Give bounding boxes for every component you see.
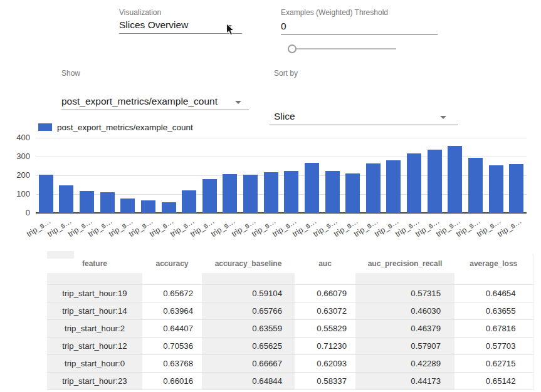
column-header-average_loss[interactable]: average_loss bbox=[454, 254, 533, 273]
slice-bar[interactable] bbox=[264, 172, 278, 213]
column-filter[interactable] bbox=[47, 273, 142, 285]
metric-cell: 0.58337 bbox=[295, 373, 355, 390]
slice-bar[interactable] bbox=[223, 174, 237, 213]
slice-bar[interactable] bbox=[120, 199, 135, 213]
column-filter[interactable] bbox=[295, 273, 355, 285]
y-axis-tick: 400 bbox=[5, 132, 30, 143]
slice-bar[interactable] bbox=[162, 202, 176, 213]
metric-cell: 0.65142 bbox=[454, 373, 533, 390]
metric-cell: 0.65766 bbox=[202, 302, 295, 320]
feature-cell: trip_start_hour:14 bbox=[47, 302, 142, 320]
feature-cell: trip_start_hour:0 bbox=[47, 355, 142, 373]
column-header-auc[interactable]: auc bbox=[295, 254, 355, 273]
metric-cell: 0.71230 bbox=[295, 338, 355, 355]
feature-cell: trip_start_hour:12 bbox=[47, 338, 142, 355]
filter-row bbox=[47, 273, 533, 285]
column-filter[interactable] bbox=[454, 273, 533, 285]
metric-cell: 0.63655 bbox=[454, 302, 533, 320]
metric-cell: 0.57703 bbox=[454, 338, 533, 355]
slice-bar[interactable] bbox=[325, 171, 340, 213]
table-row: trip_start_hour:00.637680.666670.620930.… bbox=[47, 355, 533, 373]
column-filter[interactable] bbox=[355, 273, 454, 285]
metric-cell: 0.64407 bbox=[142, 320, 202, 338]
legend-swatch bbox=[38, 123, 52, 131]
slice-bar[interactable] bbox=[141, 200, 155, 213]
metric-cell: 0.59104 bbox=[202, 285, 295, 302]
y-axis-tick: 100 bbox=[5, 188, 30, 200]
metric-cell: 0.42289 bbox=[355, 355, 454, 373]
metric-cell: 0.65672 bbox=[142, 285, 202, 302]
metric-cell: 0.63768 bbox=[142, 355, 202, 373]
column-header-accuracy[interactable]: accuracy bbox=[142, 254, 202, 273]
metric-cell: 0.66667 bbox=[202, 355, 295, 373]
legend-label: post_export_metrics/example_count bbox=[57, 123, 193, 132]
table-row: trip_start_hour:120.705360.656250.712300… bbox=[47, 338, 533, 355]
slicing-metrics-browser: Visualization Slices Overview Examples (… bbox=[0, 0, 541, 392]
slice-bar[interactable] bbox=[202, 179, 217, 213]
slice-bar[interactable] bbox=[305, 163, 319, 213]
metric-cell: 0.63072 bbox=[295, 302, 355, 320]
slice-bar[interactable] bbox=[243, 175, 258, 213]
y-axis-tick: 200 bbox=[5, 170, 30, 181]
column-header-feature[interactable]: feature bbox=[47, 254, 142, 273]
table-row: trip_start_hour:230.660160.648440.583370… bbox=[47, 373, 533, 390]
table-row: trip_start_hour:190.656720.591040.660790… bbox=[47, 285, 533, 302]
slice-bar[interactable] bbox=[39, 175, 53, 213]
table-row: trip_start_hour:20.644070.635590.558290.… bbox=[47, 320, 533, 338]
metric-cell: 0.66016 bbox=[142, 373, 202, 390]
header-row: featureaccuracyaccuracy_baselineaucauc_p… bbox=[47, 254, 533, 273]
metric-cell: 0.46379 bbox=[355, 320, 454, 338]
slice-bar[interactable] bbox=[366, 163, 381, 213]
column-filter[interactable] bbox=[202, 273, 295, 285]
slice-bar[interactable] bbox=[509, 164, 523, 213]
slice-bar[interactable] bbox=[468, 158, 483, 213]
metric-cell: 0.70536 bbox=[142, 338, 202, 355]
slice-bar[interactable] bbox=[59, 185, 73, 213]
metrics-table: featureaccuracyaccuracy_baselineaucauc_p… bbox=[47, 254, 533, 390]
column-header-auc_precision_recall[interactable]: auc_precision_recall bbox=[355, 254, 454, 273]
metric-cell: 0.46030 bbox=[355, 302, 454, 320]
slice-bar[interactable] bbox=[407, 153, 421, 213]
slice-bar[interactable] bbox=[428, 150, 442, 213]
feature-cell: trip_start_hour:2 bbox=[47, 320, 142, 338]
gridline bbox=[36, 138, 527, 138]
table-row: trip_start_hour:140.639640.657660.630720… bbox=[47, 302, 533, 320]
mouse-cursor-icon bbox=[226, 23, 235, 36]
slice-bar[interactable] bbox=[345, 173, 360, 213]
column-filter[interactable] bbox=[142, 273, 202, 285]
slice-bar[interactable] bbox=[448, 146, 462, 213]
slices-bar-chart: post_export_metrics/example_count 010020… bbox=[0, 0, 541, 250]
metric-cell: 0.57907 bbox=[355, 338, 454, 355]
metric-cell: 0.62093 bbox=[295, 355, 355, 373]
feature-cell: trip_start_hour:23 bbox=[47, 373, 142, 390]
metric-cell: 0.63964 bbox=[142, 302, 202, 320]
slice-bar[interactable] bbox=[100, 192, 115, 213]
metric-cell: 0.55829 bbox=[295, 320, 355, 338]
column-header-accuracy_baseline[interactable]: accuracy_baseline bbox=[202, 254, 295, 273]
metric-cell: 0.57315 bbox=[355, 285, 454, 302]
slice-bar[interactable] bbox=[284, 171, 298, 213]
metric-cell: 0.44173 bbox=[355, 373, 454, 390]
slice-bar[interactable] bbox=[386, 160, 401, 213]
metric-cell: 0.64654 bbox=[454, 285, 533, 302]
y-axis-tick: 300 bbox=[5, 151, 30, 162]
slice-bar[interactable] bbox=[489, 165, 503, 213]
slice-bar[interactable] bbox=[80, 191, 94, 213]
feature-cell: trip_start_hour:19 bbox=[47, 285, 142, 302]
metric-cell: 0.64844 bbox=[202, 373, 295, 390]
metric-cell: 0.66079 bbox=[295, 285, 355, 302]
metric-cell: 0.63559 bbox=[202, 320, 295, 338]
y-axis-tick: 0 bbox=[5, 207, 30, 219]
metric-cell: 0.62715 bbox=[454, 355, 533, 373]
metric-cell: 0.65625 bbox=[202, 338, 295, 355]
slice-bar[interactable] bbox=[182, 190, 196, 213]
metric-cell: 0.67816 bbox=[454, 320, 533, 338]
